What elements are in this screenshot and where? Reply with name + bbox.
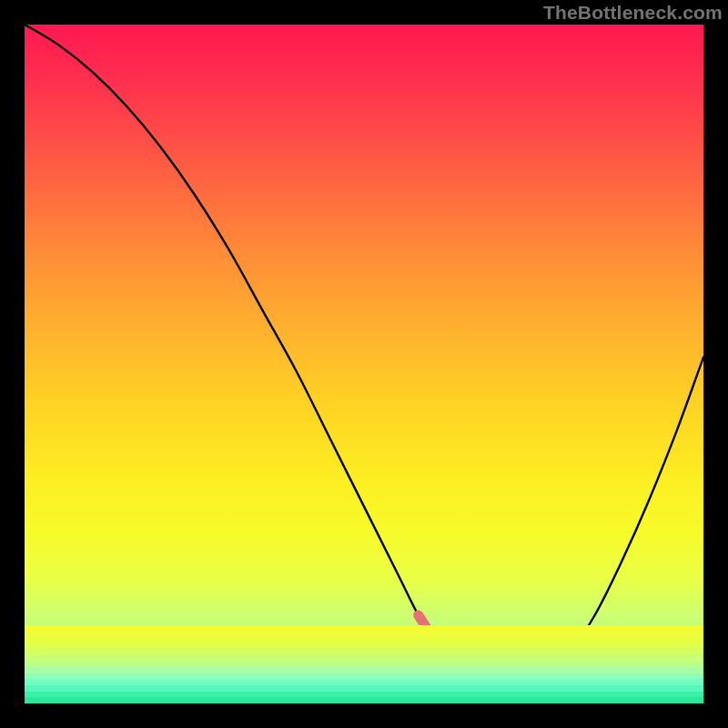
plot-area — [25, 25, 703, 703]
highlight-segment — [419, 615, 521, 691]
chart-stage: TheBottleneck.com — [0, 0, 728, 728]
watermark-text: TheBottleneck.com — [543, 2, 723, 24]
curve-layer — [25, 25, 703, 703]
bottleneck-curve — [25, 25, 703, 691]
